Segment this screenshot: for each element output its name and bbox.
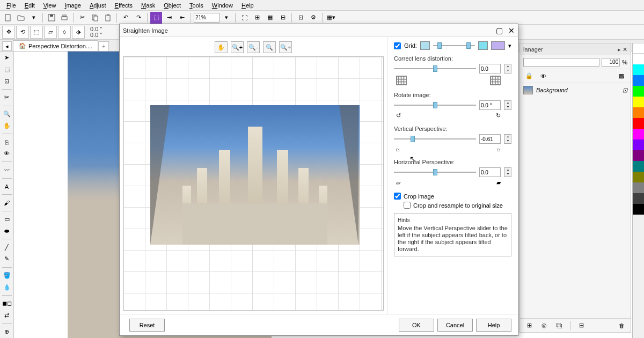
pick-tool-icon[interactable]: ➤: [1, 53, 13, 63]
fullscreen-icon[interactable]: ⛶: [238, 12, 250, 24]
tool-skew-icon[interactable]: ▱: [44, 26, 57, 39]
mask-transform-tool-icon[interactable]: ⊡: [1, 76, 13, 86]
zoom-in-icon[interactable]: 🔍+: [231, 41, 244, 53]
mask-rect-tool-icon[interactable]: ⬚: [1, 64, 13, 75]
vpersp-spinner[interactable]: ▴▾: [504, 134, 511, 144]
checker-icon[interactable]: ▩: [616, 70, 627, 82]
crop-resample-checkbox[interactable]: [404, 202, 411, 209]
panel-menu-icon[interactable]: ▸ ✕: [618, 46, 627, 53]
zoom-out-icon[interactable]: 🔍-: [247, 41, 260, 53]
palette-swatch[interactable]: [633, 204, 644, 215]
fg-bg-swatch-icon[interactable]: ◼◻: [1, 298, 13, 309]
vertical-perspective-slider[interactable]: [394, 135, 476, 143]
launch-icon[interactable]: ⬚: [150, 12, 162, 24]
tool-distort-icon[interactable]: ◊: [58, 26, 71, 39]
menu-mask[interactable]: Mask: [137, 1, 159, 10]
lens-distortion-input[interactable]: [479, 64, 501, 74]
palette-swatch[interactable]: [633, 86, 644, 97]
tab-arrow-icon[interactable]: ◂: [2, 41, 12, 51]
grid-icon[interactable]: ▦: [264, 12, 276, 24]
path-tool-icon[interactable]: ✎: [1, 254, 13, 264]
layer-background[interactable]: Background ⊡: [520, 83, 631, 97]
palette-swatch[interactable]: [633, 161, 644, 172]
pan-preview-icon[interactable]: ✋: [215, 41, 228, 53]
palette-swatch[interactable]: [633, 182, 644, 193]
palette-swatch[interactable]: [633, 97, 644, 107]
lens-distortion-slider[interactable]: [394, 64, 476, 73]
import-icon[interactable]: ⇥: [163, 12, 175, 24]
lens-spinner[interactable]: ▴▾: [504, 64, 511, 74]
new-lens-icon[interactable]: ◎: [538, 320, 550, 332]
menu-image[interactable]: Image: [60, 1, 85, 10]
palette-scroll-up-icon[interactable]: [633, 43, 644, 54]
grid-color-3[interactable]: [491, 41, 505, 50]
new-group-icon[interactable]: ⿻: [553, 320, 565, 332]
grid-color-2[interactable]: [478, 41, 488, 50]
print-icon[interactable]: [58, 12, 70, 24]
zoom-tool-icon[interactable]: 🔍: [1, 109, 13, 120]
brush-tool-icon[interactable]: 🖌: [1, 197, 13, 208]
copy-icon[interactable]: [89, 12, 101, 24]
ok-button[interactable]: OK: [399, 319, 434, 332]
visibility-icon[interactable]: 👁: [537, 70, 549, 82]
preview-canvas[interactable]: [123, 56, 384, 311]
cancel-button[interactable]: Cancel: [437, 319, 473, 332]
zoom-dropdown-icon[interactable]: ▾: [221, 12, 232, 24]
new-icon[interactable]: [2, 12, 14, 24]
tool-move-icon[interactable]: ✥: [2, 26, 15, 39]
menu-adjust[interactable]: Adjust: [85, 1, 111, 10]
crop-image-checkbox[interactable]: [394, 193, 401, 200]
horizontal-perspective-input[interactable]: [479, 167, 501, 177]
palette-swatch[interactable]: [633, 64, 644, 75]
crop-tool-icon[interactable]: ✂: [1, 92, 13, 103]
paste-icon[interactable]: [102, 12, 114, 24]
palette-swatch[interactable]: [633, 54, 644, 64]
palette-swatch[interactable]: [633, 75, 644, 86]
tool-scale-icon[interactable]: ⬚: [30, 26, 43, 39]
tool-rotate-icon[interactable]: ⟲: [16, 26, 29, 39]
tool-perspective-icon[interactable]: ⬗: [72, 26, 85, 39]
eyedropper-tool-icon[interactable]: 💧: [1, 282, 13, 292]
menu-effects[interactable]: Effects: [111, 1, 137, 10]
palette-swatch[interactable]: [633, 118, 644, 129]
zoom-level-input[interactable]: [194, 13, 219, 23]
pan-tool-icon[interactable]: ✋: [1, 120, 13, 131]
liquid-tool-icon[interactable]: 〰: [1, 165, 13, 175]
undo-icon[interactable]: ↶: [120, 12, 131, 24]
rotate-spinner[interactable]: ▴▾: [504, 100, 511, 110]
rectangle-tool-icon[interactable]: ▭: [1, 214, 13, 225]
line-tool-icon[interactable]: ╱: [1, 242, 13, 253]
cut-icon[interactable]: ✂: [76, 12, 88, 24]
horizontal-perspective-slider[interactable]: [394, 168, 476, 177]
rotate-cw-icon[interactable]: ↻: [496, 112, 501, 119]
rulers-icon[interactable]: ⊞: [251, 12, 263, 24]
menu-view[interactable]: View: [39, 1, 61, 10]
menu-window[interactable]: Window: [208, 1, 237, 10]
palette-swatch[interactable]: [633, 193, 644, 204]
redo-icon[interactable]: ↷: [133, 12, 144, 24]
redeye-tool-icon[interactable]: 👁: [1, 149, 13, 159]
clone-tool-icon[interactable]: ⎘: [1, 137, 13, 148]
rotate-ccw-icon[interactable]: ↺: [396, 112, 401, 119]
opacity-input[interactable]: [602, 58, 620, 67]
new-tab-button[interactable]: +: [98, 41, 109, 51]
palette-swatch[interactable]: [633, 139, 644, 150]
delete-icon[interactable]: 🗑: [616, 320, 627, 332]
grid-checkbox[interactable]: [394, 42, 401, 49]
maximize-icon[interactable]: ▢: [496, 26, 503, 35]
guidelines-icon[interactable]: ⊟: [277, 12, 289, 24]
palette-swatch[interactable]: [633, 150, 644, 161]
grid-dropdown-icon[interactable]: ▾: [508, 42, 511, 49]
help-button[interactable]: Help: [476, 319, 511, 332]
palette-swatch[interactable]: [633, 107, 644, 118]
new-object-icon[interactable]: ⊞: [523, 320, 535, 332]
menu-help[interactable]: Help: [237, 1, 258, 10]
open-icon[interactable]: [15, 12, 27, 24]
ellipse-tool-icon[interactable]: ⬬: [1, 226, 13, 237]
lock-icon[interactable]: 🔒: [523, 70, 535, 82]
rotate-slider[interactable]: [394, 101, 476, 109]
vertical-perspective-input[interactable]: [479, 134, 501, 144]
palette-swatch[interactable]: [633, 129, 644, 139]
zoom-fit-icon[interactable]: 🔍: [263, 41, 276, 53]
dropdown-icon[interactable]: ▾: [28, 12, 40, 24]
